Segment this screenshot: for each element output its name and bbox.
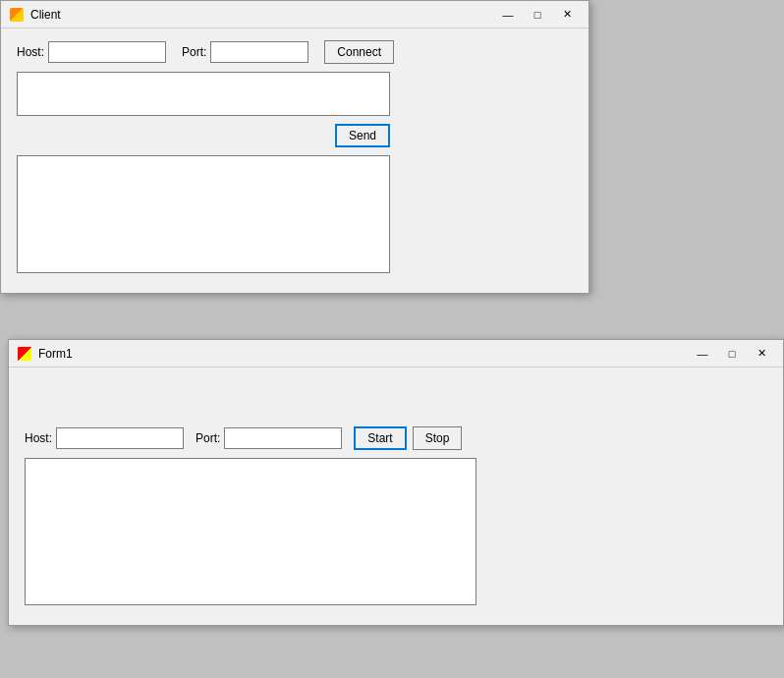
form1-port-input[interactable] [224,427,342,449]
form1-close-button[interactable]: ✕ [748,343,775,365]
form1-window-controls: — □ ✕ [689,343,775,365]
form1-minimize-button[interactable]: — [689,343,716,365]
client-log-textarea[interactable] [17,155,390,273]
title-bar-left: Client [9,7,61,23]
client-window-controls: — □ ✕ [494,4,581,26]
client-content: Host: Port: Connect Send [1,28,588,293]
form1-window: Form1 — □ ✕ Host: Port: Start Stop [8,339,784,626]
client-send-row: Send [17,124,390,147]
form1-content: Host: Port: Start Stop [9,367,783,625]
client-window: Client — □ ✕ Host: Port: Connect Send [0,0,589,294]
form1-port-label: Port: [196,431,220,445]
form1-log-row [25,458,767,605]
client-host-label: Host: [17,45,44,59]
form1-host-input[interactable] [56,427,184,449]
form1-app-icon [17,346,32,362]
client-title-bar: Client — □ ✕ [1,1,588,28]
form1-stop-button[interactable]: Stop [413,426,463,450]
client-host-input[interactable] [48,41,166,63]
client-host-row: Host: Port: Connect [17,40,573,64]
form1-maximize-button[interactable]: □ [718,343,746,365]
client-window-title: Client [30,8,61,22]
client-send-button[interactable]: Send [335,124,390,147]
form1-log-textarea[interactable] [25,458,476,605]
client-connect-button[interactable]: Connect [324,40,394,64]
form1-window-title: Form1 [38,347,73,361]
client-log-row [17,155,573,273]
form1-host-row: Host: Port: Start Stop [25,426,767,450]
client-minimize-button[interactable]: — [494,4,522,26]
client-close-button[interactable]: ✕ [553,4,581,26]
client-message-row [17,72,573,116]
client-port-input[interactable] [210,41,308,63]
form1-title-bar-left: Form1 [17,346,73,362]
client-maximize-button[interactable]: □ [524,4,551,26]
form1-start-button[interactable]: Start [354,426,406,450]
client-port-label: Port: [182,45,206,59]
client-message-textarea[interactable] [17,72,390,116]
form1-host-label: Host: [25,431,52,445]
client-app-icon [9,7,25,23]
form1-title-bar: Form1 — □ ✕ [9,340,783,367]
